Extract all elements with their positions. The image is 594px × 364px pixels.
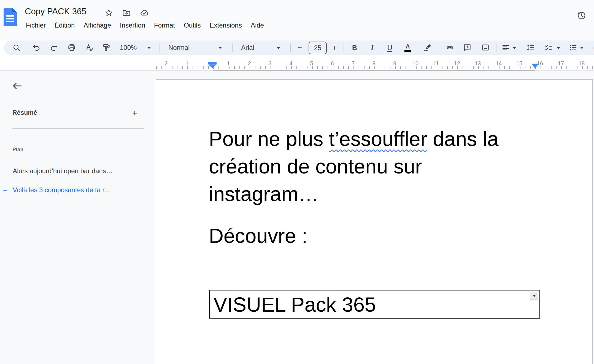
document-page[interactable]: Pour ne plus t’essouffler dans la créati… <box>156 79 593 364</box>
undo-icon <box>32 44 40 52</box>
search-button[interactable] <box>12 44 21 52</box>
star-button[interactable] <box>104 8 114 18</box>
insert-link-button[interactable] <box>446 44 454 52</box>
ruler-number: 1 <box>185 60 188 67</box>
cloud-check-icon <box>139 9 149 17</box>
paragraph: Pour ne plus t’essouffler dans la créati… <box>209 125 533 208</box>
document-canvas: Résumé + Plan Alors aujourd’hui open bar… <box>0 70 594 364</box>
insert-image-button[interactable] <box>481 44 490 52</box>
ruler-number: 11 <box>433 60 439 67</box>
checklist-button[interactable] <box>544 44 553 52</box>
ruler-number: 14 <box>496 60 502 67</box>
document-dropdown-chip[interactable]: VISUEL Pack 365 <box>209 290 540 319</box>
menu-fichier[interactable]: Fichier <box>21 20 50 31</box>
underline-button[interactable]: U <box>386 44 394 52</box>
search-icon <box>12 44 21 52</box>
print-icon <box>68 44 76 52</box>
google-docs-window: Copy PACK 365 Fichier Édition Affichage … <box>0 0 594 364</box>
menu-edition[interactable]: Édition <box>50 20 79 31</box>
align-caret-icon[interactable] <box>513 47 516 51</box>
outline-item[interactable]: Alors aujourd’hui open bar dans… <box>13 167 113 175</box>
zoom-select[interactable]: 100% <box>120 40 137 55</box>
ruler-ticks <box>156 66 594 69</box>
decrease-font-size-button[interactable]: − <box>296 44 304 52</box>
ruler-number: 10 <box>412 60 418 67</box>
ruler-number: 9 <box>393 60 396 67</box>
star-icon <box>105 9 113 17</box>
menu-affichage[interactable]: Affichage <box>79 20 115 31</box>
ruler-number: 1 <box>227 60 230 67</box>
paragraph-style-select[interactable]: Normal <box>168 40 190 55</box>
text-color-icon: A <box>404 44 411 52</box>
ruler-number: 7 <box>352 60 355 67</box>
spellcheck-icon <box>85 44 94 52</box>
bulleted-list-caret-icon[interactable] <box>580 47 584 51</box>
ruler-number: 18 <box>579 60 585 67</box>
align-left-icon <box>502 44 510 52</box>
dropdown-expand-button[interactable] <box>530 292 538 300</box>
google-docs-logo[interactable] <box>4 8 17 26</box>
font-size-input[interactable]: 25 <box>309 42 327 54</box>
left-indent-icon[interactable] <box>208 64 217 68</box>
move-to-folder-button[interactable] <box>122 8 131 18</box>
bulleted-list-button[interactable] <box>569 44 577 52</box>
undo-button[interactable] <box>32 44 40 52</box>
line-spacing-icon <box>526 44 534 52</box>
version-history-button[interactable] <box>576 10 587 21</box>
summary-heading: Résumé <box>12 109 37 116</box>
print-button[interactable] <box>68 44 76 52</box>
link-icon <box>446 44 454 52</box>
font-caret-icon[interactable] <box>277 47 280 51</box>
zoom-caret-icon[interactable] <box>147 47 151 51</box>
bold-button[interactable]: B <box>350 44 359 52</box>
document-title[interactable]: Copy PACK 365 <box>25 7 86 17</box>
menu-bar: Fichier Édition Affichage Insertion Form… <box>21 20 268 31</box>
add-comment-button[interactable] <box>463 44 471 52</box>
folder-move-icon <box>122 9 131 17</box>
checklist-caret-icon[interactable] <box>557 47 560 51</box>
header-bar: Copy PACK 365 Fichier Édition Affichage … <box>0 0 594 40</box>
ruler-number: 6 <box>331 60 334 67</box>
numbered-list-icon: 1 2 3 <box>593 44 594 52</box>
ruler-number: 2 <box>164 60 168 67</box>
spellcheck-button[interactable] <box>85 44 94 52</box>
history-clock-icon <box>577 11 586 20</box>
menu-outils[interactable]: Outils <box>179 20 205 31</box>
dropdown-selected-value: VISUEL Pack 365 <box>214 290 376 318</box>
toolbar: 100% Normal Arial − 25 + B I U A <box>4 40 594 55</box>
bulleted-list-icon <box>569 44 577 52</box>
checklist-icon <box>544 44 553 52</box>
menu-aide[interactable]: Aide <box>246 20 268 31</box>
close-outline-button[interactable] <box>11 80 24 91</box>
paint-format-button[interactable] <box>102 44 110 52</box>
left-indent-marker[interactable] <box>208 62 217 69</box>
menu-format[interactable]: Format <box>150 20 179 31</box>
increase-font-size-button[interactable]: + <box>330 44 339 52</box>
menu-insertion[interactable]: Insertion <box>115 20 150 31</box>
line-spacing-button[interactable] <box>526 44 534 52</box>
right-indent-marker[interactable] <box>531 64 539 68</box>
font-select[interactable]: Arial <box>241 40 254 55</box>
toolbar-separator <box>344 44 344 52</box>
image-icon <box>481 44 490 52</box>
ruler-number: 17 <box>558 60 564 67</box>
ruler-number: 12 <box>454 60 460 67</box>
text-color-button[interactable]: A <box>404 44 412 52</box>
menu-extensions[interactable]: Extensions <box>205 20 246 31</box>
first-line-indent-icon[interactable] <box>208 62 217 64</box>
redo-button[interactable] <box>50 44 58 52</box>
paragraph-text: Pour ne plus <box>209 127 329 150</box>
style-caret-icon[interactable] <box>218 47 222 51</box>
toolbar-separator <box>160 44 160 52</box>
document-status-button[interactable] <box>139 8 149 18</box>
outline-active-dash: – <box>3 186 7 194</box>
numbered-list-button[interactable]: 1 2 3 <box>593 44 594 52</box>
toolbar-separator <box>290 44 291 52</box>
redo-icon <box>50 44 58 52</box>
add-summary-button[interactable]: + <box>130 108 139 118</box>
highlight-color-button[interactable] <box>424 44 432 52</box>
align-button[interactable] <box>502 44 510 52</box>
highlighter-icon <box>424 44 432 52</box>
italic-button[interactable]: I <box>368 44 376 52</box>
outline-item-active[interactable]: Voilà les 3 composantes de ta r… <box>13 186 111 194</box>
